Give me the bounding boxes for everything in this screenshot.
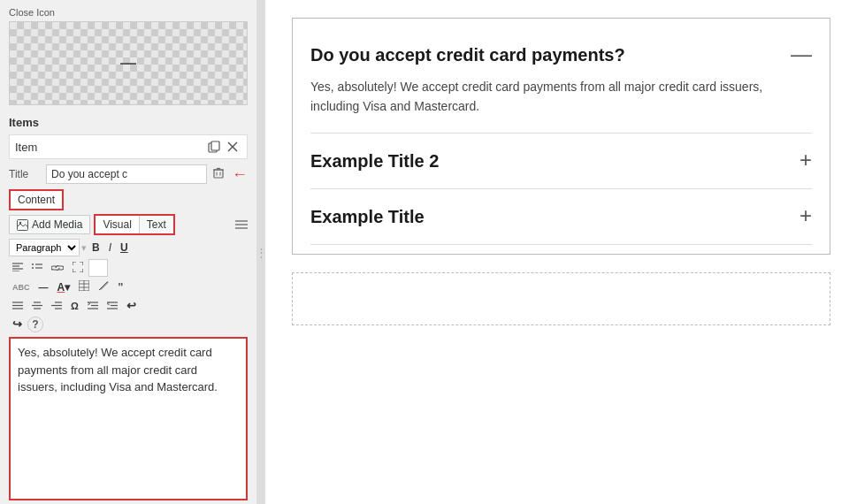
center-button[interactable] bbox=[28, 298, 46, 314]
quote-button[interactable]: " bbox=[114, 279, 126, 295]
close-item-button[interactable] bbox=[224, 140, 241, 154]
color-button[interactable] bbox=[88, 259, 108, 277]
title-label: Title bbox=[9, 168, 42, 180]
bold-button[interactable]: B bbox=[88, 240, 103, 256]
format-bar-3: ABC — A▾ " bbox=[9, 279, 248, 295]
format-bar-5: ↪ ? bbox=[9, 316, 248, 332]
content-tab[interactable]: Content bbox=[9, 189, 64, 210]
left-panel: Close Icon — Items Item Title bbox=[0, 0, 256, 504]
thumbnail-minus: — bbox=[120, 54, 136, 73]
toolbar-row: Add Media Visual Text bbox=[9, 214, 248, 235]
italic-button[interactable]: I bbox=[105, 240, 115, 256]
faq-question-row-2: Example Title 2 + bbox=[310, 149, 812, 172]
underline-button[interactable]: U bbox=[117, 240, 132, 256]
faq-question-1: Do you accept credit card payments? bbox=[310, 43, 777, 66]
close-icon-label: Close Icon bbox=[0, 0, 256, 21]
hr-button[interactable]: — bbox=[35, 280, 52, 294]
kitchen-sink-button[interactable] bbox=[235, 218, 248, 232]
special-char-button[interactable]: Ω bbox=[67, 299, 82, 313]
format-bar-4: Ω ↩ bbox=[9, 297, 248, 314]
faq-toggle-3[interactable]: + bbox=[786, 205, 812, 226]
format-bar-2 bbox=[9, 259, 248, 277]
faq-question-3: Example Title bbox=[310, 205, 786, 228]
add-media-label: Add Media bbox=[32, 218, 82, 231]
faq-question-row-3: Example Title + bbox=[310, 205, 812, 228]
title-row: Title ← bbox=[9, 164, 248, 184]
faq-question-row-1: Do you accept credit card payments? — bbox=[310, 43, 812, 66]
title-trash-button[interactable] bbox=[210, 165, 226, 183]
format-bar-1: Paragraph ▾ B I U bbox=[9, 239, 248, 256]
paragraph-select[interactable]: Paragraph bbox=[9, 239, 80, 256]
list-button[interactable] bbox=[28, 260, 46, 276]
svg-rect-4 bbox=[214, 170, 223, 178]
svg-rect-1 bbox=[211, 141, 219, 150]
add-media-button[interactable]: Add Media bbox=[9, 215, 90, 234]
visual-tab[interactable]: Visual bbox=[96, 216, 138, 233]
faq-container: Do you accept credit card payments? — Ye… bbox=[292, 18, 830, 255]
faq-item-2: Example Title 2 + bbox=[310, 134, 812, 189]
text-color-button[interactable]: A▾ bbox=[54, 279, 74, 295]
item-row: Item bbox=[9, 134, 248, 159]
table-button[interactable] bbox=[75, 279, 93, 295]
undo-button[interactable]: ↩ bbox=[123, 297, 140, 314]
faq-answer-1: Yes, absolutely! We accept credit card p… bbox=[310, 77, 812, 117]
item-name: Item bbox=[15, 141, 204, 154]
visual-text-group: Visual Text bbox=[94, 214, 174, 235]
faq-item-3: Example Title + bbox=[310, 189, 812, 245]
svg-point-18 bbox=[32, 263, 34, 265]
faq-question-2: Example Title 2 bbox=[310, 149, 786, 172]
align-left-button[interactable] bbox=[9, 260, 27, 276]
faq-toggle-1[interactable]: — bbox=[777, 43, 812, 65]
help-button[interactable]: ? bbox=[27, 317, 43, 332]
text-tab[interactable]: Text bbox=[140, 216, 173, 233]
outdent-button[interactable] bbox=[103, 298, 121, 314]
pencil-button[interactable] bbox=[95, 279, 112, 295]
title-input[interactable] bbox=[46, 164, 207, 184]
fullscreen-button[interactable] bbox=[69, 260, 87, 277]
faq-item-1: Do you accept credit card payments? — Ye… bbox=[310, 27, 812, 134]
arrow-indicator: ← bbox=[232, 165, 248, 184]
items-label: Items bbox=[0, 112, 256, 133]
faq-toggle-2[interactable]: + bbox=[786, 149, 812, 171]
align-left2-button[interactable] bbox=[9, 298, 27, 314]
indent-button[interactable] bbox=[84, 298, 102, 314]
right-panel: Do you accept credit card payments? — Ye… bbox=[265, 0, 857, 504]
right-align-button[interactable] bbox=[48, 298, 65, 314]
resize-handle[interactable]: ⋮ bbox=[256, 0, 265, 504]
abc-button[interactable]: ABC bbox=[9, 281, 34, 294]
svg-point-20 bbox=[32, 267, 34, 269]
thumbnail-area: — bbox=[9, 21, 248, 105]
content-tab-row: Content bbox=[9, 189, 248, 210]
duplicate-button[interactable] bbox=[204, 139, 224, 155]
content-editor[interactable]: Yes, absolutely! We accept credit card p… bbox=[9, 337, 248, 500]
link-button[interactable] bbox=[48, 260, 67, 276]
dashed-placeholder bbox=[292, 272, 830, 325]
redo-button[interactable]: ↪ bbox=[9, 316, 26, 332]
